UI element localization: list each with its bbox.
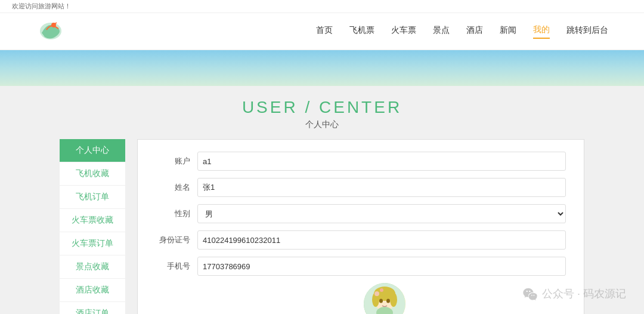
sidebar-item-hotel-fav[interactable]: 酒店收藏 — [60, 279, 125, 302]
input-id[interactable] — [197, 230, 566, 250]
nav-hotel[interactable]: 酒店 — [466, 25, 483, 38]
main-nav: 首页 飞机票 火车票 景点 酒店 新闻 我的 跳转到后台 — [316, 24, 608, 39]
logo-icon — [36, 18, 66, 45]
svg-point-7 — [390, 293, 397, 307]
sidebar-item-profile[interactable]: 个人中心 — [60, 139, 125, 162]
sidebar-item-train-order[interactable]: 火车票订单 — [60, 232, 125, 255]
content-wrapper: 个人中心 飞机收藏 飞机订单 火车票收藏 火车票订单 景点收藏 酒店收藏 酒店订… — [60, 139, 584, 314]
form-panel: 账户 姓名 性别 男 女 身份证号 — [137, 139, 584, 314]
nav-scenic[interactable]: 景点 — [433, 25, 450, 38]
page-title-en: USER / CENTER — [0, 98, 644, 117]
sidebar-item-flight-fav[interactable]: 飞机收藏 — [60, 162, 125, 186]
input-phone[interactable] — [197, 257, 566, 276]
label-phone: 手机号 — [156, 261, 197, 272]
select-gender[interactable]: 男 女 — [197, 204, 566, 223]
avatar — [364, 283, 405, 314]
avatar-image — [364, 283, 405, 314]
sidebar: 个人中心 飞机收藏 飞机订单 火车票收藏 火车票订单 景点收藏 酒店收藏 酒店订… — [60, 139, 125, 314]
sidebar-item-train-fav[interactable]: 火车票收藏 — [60, 209, 125, 232]
nav-news[interactable]: 新闻 — [500, 25, 516, 38]
form-row-id: 身份证号 — [156, 230, 566, 250]
input-account[interactable] — [197, 152, 566, 171]
svg-point-9 — [386, 299, 390, 303]
svg-point-11 — [380, 288, 383, 292]
page-title-section: USER / CENTER 个人中心 — [0, 86, 644, 139]
avatar-section — [203, 283, 566, 314]
label-id: 身份证号 — [156, 235, 197, 245]
nav-home[interactable]: 首页 — [316, 25, 333, 38]
logo — [36, 18, 66, 45]
input-name[interactable] — [197, 178, 566, 197]
welcome-text: 欢迎访问旅游网站！ — [12, 2, 71, 10]
svg-point-10 — [374, 291, 379, 296]
nav-backend[interactable]: 跳转到后台 — [566, 25, 608, 38]
nav-mine[interactable]: 我的 — [533, 24, 550, 39]
main-content: 个人中心 飞机收藏 飞机订单 火车票收藏 火车票订单 景点收藏 酒店收藏 酒店订… — [0, 139, 644, 314]
label-account: 账户 — [156, 156, 197, 167]
sidebar-item-flight-order[interactable]: 飞机订单 — [60, 186, 125, 209]
page-title-zh: 个人中心 — [0, 119, 644, 130]
top-bar: 欢迎访问旅游网站！ — [0, 0, 644, 13]
label-name: 姓名 — [156, 182, 197, 193]
nav-flight[interactable]: 飞机票 — [349, 25, 374, 38]
sidebar-item-scenic-fav[interactable]: 景点收藏 — [60, 255, 125, 279]
svg-point-8 — [379, 299, 383, 303]
form-row-gender: 性别 男 女 — [156, 204, 566, 223]
form-row-phone: 手机号 — [156, 257, 566, 276]
form-row-account: 账户 — [156, 152, 566, 171]
nav-train[interactable]: 火车票 — [391, 25, 416, 38]
form-row-name: 姓名 — [156, 178, 566, 197]
label-gender: 性别 — [156, 208, 197, 219]
sidebar-item-hotel-order[interactable]: 酒店订单 — [60, 302, 125, 314]
header: 首页 飞机票 火车票 景点 酒店 新闻 我的 跳转到后台 — [0, 13, 644, 50]
hero-banner — [0, 50, 644, 86]
